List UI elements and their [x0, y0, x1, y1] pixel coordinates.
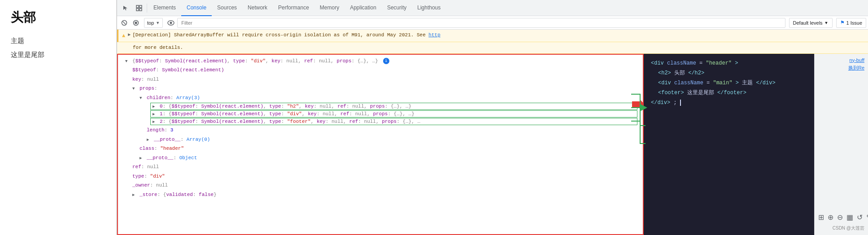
- console-line-6[interactable]: ▶ 1: {$$typeof: Symbol(react.element), t…: [150, 110, 637, 118]
- warning-line2: for more details.: [117, 42, 868, 54]
- console-line-12: ref: null: [118, 162, 643, 172]
- console-line-7-wrapper: ▶ 2: {$$typeof: Symbol(react.element), t…: [122, 118, 639, 125]
- expand-tri-11: ▶: [140, 156, 142, 162]
- tab-application[interactable]: Application: [345, 0, 382, 16]
- console-line-8: length: 3: [118, 126, 643, 135]
- warning-link[interactable]: http: [428, 32, 440, 38]
- warning-icon: ▲: [122, 32, 125, 40]
- code-line-0: <div className = "header" >: [651, 59, 807, 68]
- expand-tri-5: ▶: [153, 104, 155, 109]
- svg-rect-2: [136, 9, 139, 11]
- expand-tri-3: ▼: [132, 86, 135, 92]
- clear-console-icon[interactable]: [119, 17, 130, 28]
- monitor-icon[interactable]: ⊞: [818, 213, 824, 222]
- tab-sources[interactable]: Sources: [212, 0, 242, 16]
- refresh-icon[interactable]: ↺: [857, 213, 863, 222]
- code-line-3: <footer> 这里是尾部 </footer>: [651, 89, 807, 97]
- console-line-11[interactable]: ▶ __proto__: Object: [118, 153, 643, 163]
- console-line-7[interactable]: ▶ 2: {$$typeof: Symbol(react.element), t…: [150, 118, 637, 125]
- code-line-4: </div> ;: [651, 99, 807, 107]
- bottom-icon-bar: ⊞ ⊕ ⊖ ▦ ↺ ✎ ⬇: [818, 213, 864, 222]
- filter-input[interactable]: [177, 18, 785, 28]
- console-output[interactable]: ▼ {$$typeof: Symbol(react.element), type…: [117, 54, 644, 235]
- svg-rect-3: [140, 9, 142, 11]
- default-levels-button[interactable]: Default levels ▼: [789, 18, 833, 28]
- code-line-1: <h2> 头部 </h2>: [651, 69, 807, 78]
- tab-network[interactable]: Network: [242, 0, 273, 16]
- expand-tri-6: ▶: [153, 112, 155, 117]
- preview-footer: 这里是尾部: [11, 51, 105, 59]
- expand-tri-7: ▶: [153, 119, 155, 124]
- levels-dropdown-arrow: ▼: [824, 21, 829, 25]
- expand-tri-9: ▶: [147, 137, 149, 144]
- console-line-3[interactable]: ▼ props:: [118, 84, 643, 93]
- code-tooltip-panel: <div className = "header" > <h2> 头部 </h2…: [644, 54, 814, 235]
- console-toolbar: top ▼ Default levels ▼ ⚑ 1 Issue: [117, 16, 868, 30]
- zoom-out-icon[interactable]: ⊖: [837, 213, 843, 222]
- context-dropdown-arrow: ▼: [156, 21, 160, 25]
- tab-memory[interactable]: Memory: [314, 0, 345, 16]
- inspect-icon[interactable]: [133, 2, 145, 14]
- console-line-14: _owner: null: [118, 181, 643, 190]
- info-icon-0: i: [383, 58, 389, 64]
- cursor-icon[interactable]: [119, 2, 132, 14]
- console-line-9[interactable]: ▶ __proto__: Array(0): [118, 135, 643, 144]
- code-line-2: <div className = "main" > 主题 </div>: [651, 79, 807, 87]
- devtools-tab-bar: Elements Console Sources Network Perform…: [117, 0, 868, 16]
- zoom-in-icon[interactable]: ⊕: [828, 213, 833, 222]
- right-panel-bottom: ⊞ ⊕ ⊖ ▦ ↺ ✎ ⬇ CSDN @大莲芸: [816, 211, 866, 233]
- tab-console[interactable]: Console: [181, 0, 212, 16]
- preview-theme: 主题: [11, 37, 105, 45]
- preview-title: 头部: [11, 9, 105, 26]
- edit-icon[interactable]: ✎: [866, 213, 868, 222]
- right-panel-top-link[interactable]: ny-buff 换到Re: [816, 56, 866, 73]
- console-line-5[interactable]: ▶ 0: {$$typeof: Symbol(react.element), t…: [150, 103, 637, 110]
- svg-rect-7: [135, 22, 137, 24]
- expand-tri-0: ▼: [125, 59, 127, 65]
- svg-line-5: [123, 22, 126, 24]
- tab-security[interactable]: Security: [382, 0, 412, 16]
- console-warning-bar: ▲ ▶ [Deprecation] SharedArrayBuffer will…: [117, 30, 868, 42]
- devtools-panel: Elements Console Sources Network Perform…: [117, 0, 868, 235]
- stop-icon[interactable]: [131, 17, 141, 28]
- console-line-10: class: "header": [118, 144, 643, 153]
- svg-point-9: [170, 22, 172, 24]
- grid-icon[interactable]: ▦: [846, 213, 853, 222]
- warning-expand-arrow[interactable]: ▶: [128, 31, 131, 38]
- console-main: ▼ {$$typeof: Symbol(react.element), type…: [117, 54, 868, 235]
- cursor-blink: [680, 100, 681, 106]
- console-line-5-wrapper: ▶ 0: {$$typeof: Symbol(react.element), t…: [122, 103, 639, 110]
- expand-tri-15: ▶: [132, 192, 135, 199]
- console-line-0[interactable]: ▼ {$$typeof: Symbol(react.element), type…: [118, 57, 643, 66]
- tab-performance[interactable]: Performance: [273, 0, 314, 16]
- right-panel: ny-buff 换到Re ⊞ ⊕ ⊖ ▦ ↺ ✎ ⬇ CSDN @大莲芸: [814, 54, 868, 235]
- issue-badge[interactable]: ⚑ 1 Issue: [836, 18, 866, 28]
- eye-icon[interactable]: [166, 17, 176, 28]
- svg-rect-1: [140, 5, 142, 8]
- context-selector[interactable]: top ▼: [144, 18, 163, 28]
- csdn-watermark: CSDN @大莲芸: [818, 225, 864, 231]
- svg-rect-0: [136, 5, 139, 8]
- console-line-4[interactable]: ▼ children: Array(3): [118, 93, 643, 103]
- tab-elements[interactable]: Elements: [148, 0, 181, 16]
- console-line-1: $$typeof: Symbol(react.element): [118, 65, 643, 75]
- console-line-2: key: null: [118, 75, 643, 84]
- expand-tri-4: ▼: [140, 96, 142, 102]
- console-line-13: type: "div": [118, 172, 643, 181]
- tab-lighthouse[interactable]: Lighthous: [412, 0, 446, 16]
- console-line-6-wrapper: ▶ 1: {$$typeof: Symbol(react.element), t…: [122, 110, 639, 118]
- flag-icon: ⚑: [840, 20, 845, 26]
- console-line-15[interactable]: ▶ _store: {validated: false}: [118, 190, 643, 200]
- preview-panel: 头部 主题 这里是尾部: [0, 0, 117, 235]
